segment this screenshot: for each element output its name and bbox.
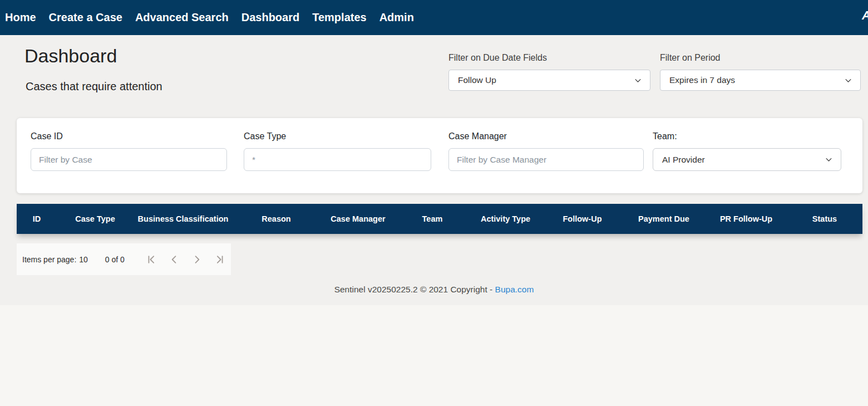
case-type-input[interactable] [244, 148, 431, 171]
column-header-business-classification[interactable]: Business Classification [134, 214, 233, 223]
paginator-range-label: 0 of 0 [105, 255, 125, 264]
due-date-filter-value: Follow Up [458, 75, 496, 85]
first-page-button[interactable] [145, 253, 158, 266]
nav-item-admin[interactable]: Admin [379, 11, 414, 24]
previous-page-icon [169, 254, 180, 265]
column-header-case-manager[interactable]: Case Manager [320, 214, 396, 223]
last-page-icon [214, 254, 225, 265]
app-footer: Sentinel v20250225.2 © 2021 Copyright - … [0, 285, 868, 295]
case-type-label: Case Type [244, 131, 286, 141]
nav-item-advanced-search[interactable]: Advanced Search [135, 11, 229, 24]
column-header-reason[interactable]: Reason [233, 214, 320, 223]
bupa-link[interactable]: Bupa.com [495, 285, 534, 294]
case-id-input[interactable] [31, 148, 227, 171]
case-manager-input[interactable] [448, 148, 644, 171]
nav-item-home[interactable]: Home [5, 11, 36, 24]
chevron-down-icon [825, 155, 833, 164]
team-select[interactable]: AI Provider [653, 148, 841, 171]
due-date-filter-select[interactable]: Follow Up [448, 70, 650, 91]
nav-item-dashboard[interactable]: Dashboard [241, 11, 299, 24]
period-filter-value: Expires in 7 days [669, 75, 735, 85]
column-header-pr-follow-up[interactable]: PR Follow-Up [706, 214, 787, 223]
items-per-page-label: Items per page: [22, 255, 76, 264]
navbar-username-partial[interactable]: A [862, 8, 868, 23]
column-header-case-type[interactable]: Case Type [57, 214, 134, 223]
footer-version-text: Sentinel v20250225.2 © 2021 Copyright - [334, 285, 495, 294]
last-page-button[interactable] [213, 253, 226, 266]
case-filter-card: Case ID Case Type Case Manager Team: AI … [17, 118, 862, 193]
next-page-icon [191, 254, 203, 265]
nav-item-templates[interactable]: Templates [312, 11, 366, 24]
case-id-label: Case ID [31, 131, 63, 141]
column-header-id[interactable]: ID [17, 214, 57, 223]
nav-item-create-a-case[interactable]: Create a Case [49, 11, 122, 24]
page-subtitle: Cases that require attention [26, 80, 162, 93]
next-page-button[interactable] [190, 253, 204, 266]
chevron-down-icon [634, 76, 642, 85]
paginator-buttons [145, 253, 226, 266]
column-header-team[interactable]: Team [396, 214, 468, 223]
due-date-filter-label: Filter on Due Date Fields [448, 53, 547, 63]
period-filter-label: Filter on Period [660, 53, 721, 63]
first-page-icon [146, 254, 157, 265]
case-manager-label: Case Manager [448, 131, 507, 141]
items-per-page-value[interactable]: 10 [79, 255, 88, 264]
app-window: Home Create a Case Advanced Search Dashb… [0, 0, 868, 406]
top-navbar: Home Create a Case Advanced Search Dashb… [0, 0, 868, 35]
page-title: Dashboard [24, 45, 117, 67]
previous-page-button[interactable] [167, 253, 181, 266]
main-content: Dashboard Cases that require attention F… [0, 35, 868, 305]
column-header-payment-due[interactable]: Payment Due [622, 214, 706, 223]
column-header-activity-type[interactable]: Activity Type [468, 214, 542, 223]
column-header-follow-up[interactable]: Follow-Up [542, 214, 622, 223]
chevron-down-icon [844, 76, 852, 85]
period-filter-select[interactable]: Expires in 7 days [660, 70, 861, 91]
cases-table-header-row: ID Case Type Business Classification Rea… [17, 204, 862, 234]
column-header-status[interactable]: Status [787, 214, 862, 223]
team-label: Team: [653, 131, 677, 141]
table-paginator: Items per page: 10 0 of 0 [17, 243, 231, 275]
team-select-value: AI Provider [662, 155, 705, 165]
